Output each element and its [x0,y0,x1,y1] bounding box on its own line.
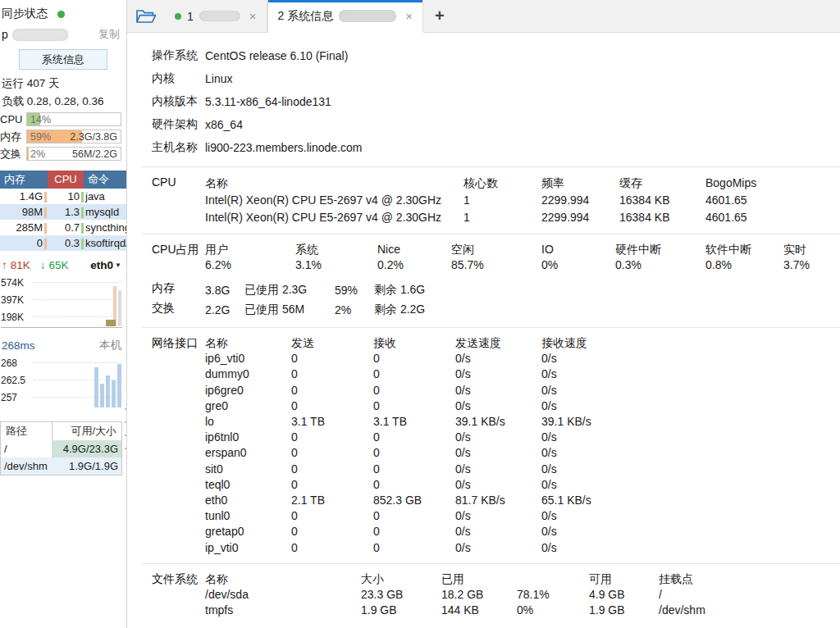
table-cell [517,571,589,587]
table-cell: 0.2% [377,257,451,273]
table-cell: 0 [373,477,455,493]
table-cell: sit0 [205,462,291,477]
table-cell: 名称 [205,335,291,351]
table-row: lo3.1 TB3.1 TB39.1 KB/s39.1 KB/s [205,414,840,430]
table-cell: 0 [291,524,373,539]
table-cell: 0 [291,445,373,461]
filesystem-section: 文件系统 名称大小已用可用挂载点 /dev/sda23.3 GB18.2 GB7… [152,571,840,618]
tab-session-1[interactable]: 1 × [165,0,267,32]
process-rows: 1.4G10java98M1.3mysqld285M0.7syncthing00… [0,189,126,251]
cpu-usage-rows: 6.2%3.1%0.2%85.7%0%0.3%0.8%3.7% [205,257,840,273]
swap-gauge-row: 交换 2% 56M/2.2G [0,145,126,162]
table-cell: 0/s [541,445,840,461]
network-table-header: 名称发送接收发送速度接收速度 [205,335,840,351]
open-connection-button[interactable] [127,0,165,32]
cpu-usage-section: CPU占用 用户系统Nice空闲IO硬件中断软件中断实时 6.2%3.1%0.2… [152,242,840,273]
panel-resize-handle[interactable] [123,408,127,449]
table-cell: 0/s [541,383,840,398]
table-cell: /dev/sda [205,587,361,603]
interface-selector[interactable]: eth0 ▼ [90,259,121,271]
table-cell: 0 [291,351,373,366]
table-cell: 10 [48,189,84,204]
table-row: ip_vti0000/s0/s [205,540,840,556]
table-cell: 1.4G [0,189,48,204]
redacted-tab1-title [199,11,240,21]
table-cell: 0/s [541,398,840,414]
tab2-label: 2 系统信息 [278,9,334,24]
table-cell: 16384 KB [619,209,705,226]
sync-status-dot-icon [57,11,65,18]
swap-gauge-percent: 2% [30,148,45,160]
close-icon[interactable]: × [405,9,413,23]
process-header-memory[interactable]: 内存 [0,171,48,189]
table-cell: Nice [377,242,451,257]
table-cell: 144 KB [441,603,517,618]
table-cell: 0/s [455,445,541,461]
tab1-label: 1 [187,10,194,23]
table-row: dummy0000/s0/s [205,366,840,382]
new-tab-button[interactable]: + [423,0,456,32]
host-row: p 复制 [0,23,126,43]
process-table-header: 内存 CPU 命令 [0,171,126,189]
table-cell: 1.9 GB [361,603,441,618]
table-cell: /dev/shm [659,603,840,618]
kernel-version-label: 内核版本 [152,94,205,109]
close-icon[interactable]: × [249,9,257,23]
table-cell: 2.1 TB [291,493,373,508]
table-row: 285M0.7syncthing [0,220,126,235]
table-cell: 大小 [361,571,441,587]
table-row: 98M1.3mysqld [0,204,126,220]
table-cell: 0/s [541,540,840,556]
memory-gauge-label: 内存 [0,130,26,144]
process-header-cpu[interactable]: CPU [48,171,84,189]
table-row: /dev/sda23.3 GB18.2 GB78.1%4.9 GB/ [205,587,840,603]
table-cell: 0.7 [48,220,84,235]
network-table-rows: ip6_vti0000/s0/sdummy0000/s0/sip6gre0000… [205,351,840,556]
info-row-hostname: 主机名称 li900-223.members.linode.com [152,136,840,159]
info-row-arch: 硬件架构 x86_64 [152,113,840,136]
table-cell: 核心数 [463,175,541,192]
table-cell: 0.8% [705,257,783,273]
table-cell: tmpfs [205,603,361,618]
table-cell: 4.9G/23.3G [52,440,121,457]
ping-ytick: 257 [1,392,34,403]
redacted-host-address [12,29,68,41]
table-row: erspan0000/s0/s [205,445,840,461]
table-cell: ip_vti0 [205,540,291,556]
table-row: Intel(R) Xeon(R) CPU E5-2697 v4 @ 2.30GH… [205,209,840,226]
section-divider [142,166,840,167]
table-row: 1.4G10java [0,189,126,204]
table-row: /4.9G/23.3G [1,440,121,457]
swap-section-label: 交换 [152,300,205,320]
table-cell: syncthing [84,220,126,235]
arch-value: x86_64 [205,118,243,131]
table-cell: 缓存 [619,175,705,192]
table-row: /dev/shm1.9G/1.9G [1,457,121,475]
table-cell: mysqld [84,204,126,220]
disk-header-path[interactable]: 路径 [1,422,52,440]
system-info-button[interactable]: 系统信息 [19,49,107,70]
table-row: tunl0000/s0/s [205,508,840,524]
table-cell: 0 [373,430,455,445]
section-divider [142,327,840,328]
table-cell: 0/s [541,524,840,539]
tab-system-info[interactable]: 2 系统信息 × [267,0,423,33]
table-cell: IO [541,242,615,257]
copy-host-button[interactable]: 复制 [98,27,120,42]
table-cell: 发送速度 [455,335,541,351]
disk-header-free-size[interactable]: 可用/大小 [52,422,121,440]
info-row-os: 操作系统 CentOS release 6.10 (Final) [152,44,840,67]
table-cell: dummy0 [205,366,291,382]
table-cell: 0 [373,462,455,477]
table-cell: 0/s [455,524,541,539]
table-cell: 0.3% [615,257,705,273]
table-cell: 3.7% [783,257,840,273]
table-row: 6.2%3.1%0.2%85.7%0%0.3%0.8%3.7% [205,257,840,273]
table-cell: 0 [0,235,48,251]
ping-target-label: 本机 [99,338,121,353]
table-cell: 3.1 TB [373,414,455,430]
load-average-line: 负载 0.28, 0.28, 0.36 [0,93,126,111]
net-gridline [34,282,122,283]
process-header-command[interactable]: 命令 [84,171,126,189]
table-cell: 0 [291,383,373,398]
